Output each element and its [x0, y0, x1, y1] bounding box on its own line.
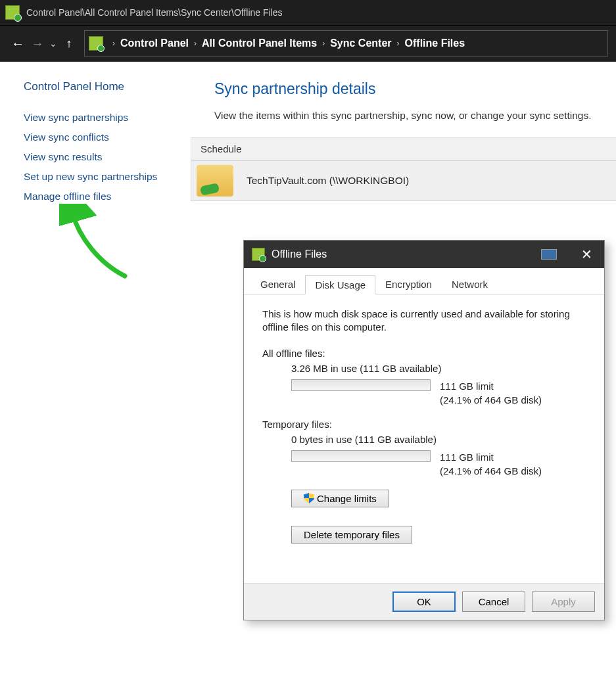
toolbar-strip: Schedule: [191, 137, 616, 160]
chevron-right-icon: ›: [189, 39, 202, 48]
sidebar-link-setup-new[interactable]: Set up new sync partnerships: [24, 171, 175, 183]
cancel-button[interactable]: Cancel: [462, 592, 525, 612]
crumb-all-items[interactable]: All Control Panel Items: [202, 37, 317, 49]
temp-files-percent: (24.1% of 464 GB disk): [440, 464, 542, 478]
sidebar-link-view-results[interactable]: View sync results: [24, 151, 175, 163]
page-description: View the items within this sync partners…: [214, 110, 616, 122]
chevron-right-icon: ›: [392, 39, 405, 48]
chevron-right-icon: ›: [107, 39, 120, 48]
dialog-icon: [252, 248, 265, 261]
nav-bar: ← → ⌄ ↑ › Control Panel › All Control Pa…: [0, 25, 616, 62]
all-files-percent: (24.1% of 464 GB disk): [440, 393, 542, 407]
sidebar-link-manage-offline[interactable]: Manage offline files: [24, 191, 175, 202]
delete-temp-files-button[interactable]: Delete temporary files: [291, 526, 412, 544]
change-limits-label: Change limits: [317, 493, 377, 504]
dialog-help-icon[interactable]: [541, 249, 557, 260]
history-dropdown[interactable]: ⌄: [47, 38, 59, 49]
sidebar-link-view-conflicts[interactable]: View sync conflicts: [24, 131, 175, 143]
close-icon[interactable]: ✕: [577, 246, 596, 262]
window-title-text: Control Panel\All Control Panel Items\Sy…: [26, 7, 283, 18]
all-files-usage: 3.26 MB in use (111 GB available): [291, 363, 586, 374]
all-files-limit: 111 GB limit: [440, 379, 542, 393]
all-files-meter: [291, 379, 431, 391]
dialog-title-bar[interactable]: Offline Files ✕: [244, 241, 604, 268]
crumb-offline-files[interactable]: Offline Files: [405, 37, 465, 49]
temp-files-limit-info: 111 GB limit (24.1% of 464 GB disk): [440, 450, 542, 478]
all-files-limit-info: 111 GB limit (24.1% of 464 GB disk): [440, 379, 542, 407]
page-heading: Sync partnership details: [214, 80, 616, 98]
schedule-button[interactable]: Schedule: [201, 143, 242, 154]
up-button[interactable]: ↑: [59, 37, 79, 51]
shield-icon: [304, 493, 314, 503]
temp-files-label: Temporary files:: [262, 419, 586, 430]
ok-button[interactable]: OK: [392, 592, 456, 612]
dialog-footer: OK Cancel Apply: [244, 583, 604, 620]
dialog-title-text: Offline Files: [272, 248, 327, 260]
temp-files-usage: 0 bytes in use (111 GB available): [291, 434, 586, 445]
offline-files-dialog: Offline Files ✕ General Disk Usage Encry…: [243, 240, 605, 620]
tab-network[interactable]: Network: [442, 275, 498, 294]
chevron-right-icon: ›: [317, 39, 330, 48]
address-bar[interactable]: › Control Panel › All Control Panel Item…: [84, 30, 608, 57]
control-panel-home-link[interactable]: Control Panel Home: [24, 80, 175, 93]
all-offline-files-label: All offline files:: [262, 348, 586, 359]
partnership-name: TechTipVault.com (\\WORKINGBOI): [247, 175, 409, 187]
window-title-bar: Control Panel\All Control Panel Items\Sy…: [0, 0, 616, 25]
partnership-item[interactable]: TechTipVault.com (\\WORKINGBOI): [191, 160, 616, 201]
sidebar-link-view-partnerships[interactable]: View sync partnerships: [24, 112, 175, 124]
change-limits-button[interactable]: Change limits: [291, 490, 389, 507]
tab-strip: General Disk Usage Encryption Network: [244, 268, 604, 294]
sync-center-icon: [5, 5, 20, 20]
disk-usage-description: This is how much disk space is currently…: [262, 308, 586, 335]
temp-files-meter: [291, 450, 431, 462]
forward-button[interactable]: →: [28, 36, 47, 51]
tab-disk-usage[interactable]: Disk Usage: [305, 275, 375, 294]
apply-button[interactable]: Apply: [532, 592, 595, 612]
crumb-control-panel[interactable]: Control Panel: [120, 37, 189, 49]
tab-encryption[interactable]: Encryption: [375, 275, 442, 294]
tab-body-disk-usage: This is how much disk space is currently…: [244, 294, 604, 583]
sync-folder-icon: [197, 165, 233, 197]
delete-temp-label: Delete temporary files: [304, 529, 400, 540]
tab-general[interactable]: General: [250, 275, 305, 294]
sidebar: Control Panel Home View sync partnership…: [0, 62, 191, 673]
location-icon: [89, 36, 103, 51]
crumb-sync-center[interactable]: Sync Center: [330, 37, 391, 49]
temp-files-limit: 111 GB limit: [440, 450, 542, 464]
back-button[interactable]: ←: [8, 36, 28, 51]
